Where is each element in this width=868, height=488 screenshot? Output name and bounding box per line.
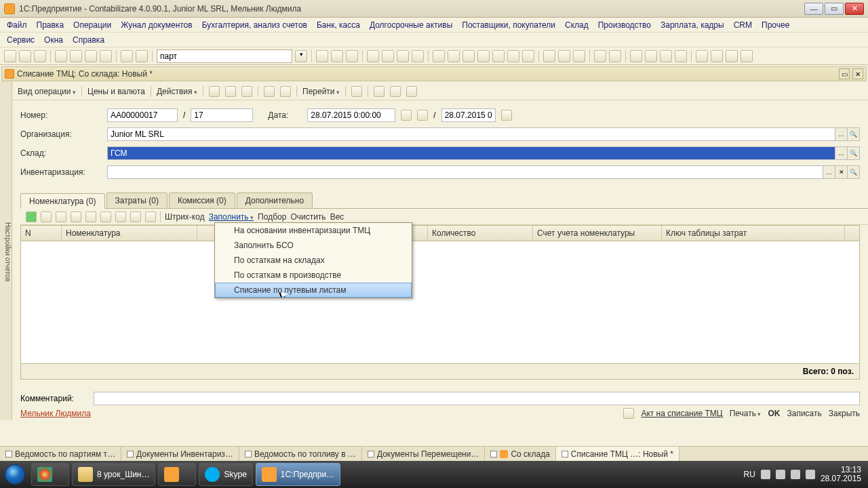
- toolbar-icon[interactable]: [507, 50, 519, 62]
- date1-input[interactable]: [307, 108, 395, 122]
- menu-item[interactable]: Операции: [73, 20, 111, 30]
- barcode-button[interactable]: Штрих-код: [165, 212, 205, 222]
- menu-item[interactable]: Сервис: [7, 35, 35, 45]
- inv-select-button[interactable]: …: [823, 165, 835, 179]
- toolbar-icon[interactable]: [121, 50, 133, 62]
- toolbar-icon[interactable]: [522, 50, 534, 62]
- grid-column-header[interactable]: Количество: [428, 226, 533, 241]
- inv-open-button[interactable]: 🔍: [848, 165, 860, 179]
- menu-item[interactable]: Долгосрочные активы: [370, 20, 452, 30]
- sort-desc-icon[interactable]: [145, 211, 156, 222]
- toolbar-icon[interactable]: [448, 50, 460, 62]
- number-input[interactable]: [107, 108, 178, 122]
- inventory-input[interactable]: [107, 165, 823, 179]
- task-explorer[interactable]: 8 урок_Шин…: [72, 463, 155, 486]
- goto-dropdown[interactable]: Перейти: [302, 87, 340, 96]
- dropdown-item[interactable]: Списание по путевым листам: [215, 283, 412, 298]
- task-chrome[interactable]: [31, 463, 69, 486]
- toolbar-icon[interactable]: [264, 86, 275, 97]
- toolbar-icon[interactable]: [477, 50, 490, 62]
- tray-icon[interactable]: [776, 470, 785, 479]
- toolbar-icon[interactable]: [412, 50, 424, 62]
- org-select-button[interactable]: …: [835, 127, 848, 141]
- toolbar-icon[interactable]: [19, 50, 31, 62]
- menu-item[interactable]: CRM: [734, 20, 752, 30]
- inv-clear-button[interactable]: ✕: [835, 165, 848, 179]
- toolbar-icon[interactable]: [136, 50, 148, 62]
- toolbar-icon[interactable]: [726, 50, 738, 62]
- toolbar-icon[interactable]: [741, 50, 753, 62]
- lang-indicator[interactable]: RU: [744, 470, 755, 479]
- tab[interactable]: Комиссия (0): [169, 192, 235, 208]
- toolbar-icon[interactable]: [630, 50, 642, 62]
- help-icon[interactable]: [351, 86, 362, 97]
- window-tab[interactable]: Документы Перемещени…: [362, 447, 486, 461]
- warehouse-input[interactable]: ГСМ: [107, 146, 835, 160]
- task-skype[interactable]: Skype: [199, 463, 252, 486]
- toolbar-icon[interactable]: [645, 50, 657, 62]
- start-button[interactable]: [0, 461, 30, 488]
- menu-item[interactable]: Склад: [565, 20, 589, 30]
- toolbar-icon[interactable]: [660, 50, 672, 62]
- toolbar-icon[interactable]: [55, 50, 67, 62]
- window-tab-checkbox[interactable]: [245, 451, 252, 458]
- toolbar-icon[interactable]: [209, 86, 220, 97]
- window-tab[interactable]: Ведомость по топливу в …: [239, 447, 362, 461]
- toolbar-icon[interactable]: [433, 50, 445, 62]
- window-tab-checkbox[interactable]: [490, 451, 497, 458]
- op-type-dropdown[interactable]: Вид операции: [18, 87, 76, 96]
- menu-item[interactable]: Зарплата, кадры: [660, 20, 724, 30]
- print-dropdown[interactable]: Печать: [730, 409, 762, 418]
- tab[interactable]: Затраты (0): [106, 192, 167, 208]
- toolbar-icon[interactable]: [382, 50, 394, 62]
- prices-button[interactable]: Цены и валюта: [87, 87, 145, 96]
- toolbar-icon[interactable]: [346, 50, 358, 62]
- toolbar-icon[interactable]: [558, 50, 570, 62]
- window-tab-checkbox[interactable]: [368, 451, 374, 458]
- menu-item[interactable]: Файл: [7, 20, 27, 30]
- toolbar-icon[interactable]: [711, 50, 723, 62]
- window-tab-checkbox[interactable]: [127, 451, 134, 458]
- comment-input[interactable]: [94, 392, 860, 405]
- menu-item[interactable]: Прочее: [762, 20, 789, 30]
- menu-item[interactable]: Окна: [44, 35, 63, 45]
- toolbar-icon[interactable]: [397, 50, 409, 62]
- toolbar-icon[interactable]: [331, 50, 343, 62]
- weight-button[interactable]: Вес: [330, 212, 344, 222]
- toolbar-icon[interactable]: ▾: [295, 50, 307, 62]
- tab[interactable]: Дополнительно: [237, 192, 313, 208]
- window-tab-checkbox[interactable]: [561, 451, 568, 458]
- toolbar-icon[interactable]: [374, 86, 384, 97]
- close-button[interactable]: Закрыть: [829, 409, 860, 418]
- actions-dropdown[interactable]: Действия: [157, 87, 197, 96]
- network-icon[interactable]: [791, 470, 800, 479]
- number2-input[interactable]: [191, 108, 253, 122]
- toolbar-icon[interactable]: [573, 50, 585, 62]
- toolbar-icon[interactable]: [675, 50, 687, 62]
- calendar-icon[interactable]: [401, 110, 412, 121]
- sort-asc-icon[interactable]: [130, 211, 141, 222]
- grid-column-header[interactable]: Счет учета номенклатуры: [533, 226, 662, 241]
- volume-icon[interactable]: [806, 470, 815, 479]
- act-link[interactable]: Акт на списание ТМЦ: [641, 409, 722, 418]
- clock[interactable]: 13:1328.07.2015: [821, 466, 861, 483]
- tray-icon[interactable]: [761, 470, 770, 479]
- org-input[interactable]: Junior ML SRL: [107, 127, 835, 141]
- toolbar-icon[interactable]: [34, 50, 46, 62]
- toolbar-icon[interactable]: [609, 50, 621, 62]
- toolbar-icon[interactable]: [225, 86, 236, 97]
- toolbar-icon[interactable]: [390, 86, 401, 97]
- menu-item[interactable]: Банк, касса: [317, 20, 360, 30]
- toolbar-icon[interactable]: [280, 86, 291, 97]
- edit-row-icon[interactable]: [56, 211, 66, 222]
- toolbar-icon[interactable]: [70, 50, 82, 62]
- print-icon[interactable]: [623, 408, 634, 419]
- doc-close-button[interactable]: ✕: [852, 68, 863, 79]
- dropdown-item[interactable]: По остаткам в производстве: [215, 268, 412, 283]
- add-row-icon[interactable]: [26, 211, 37, 222]
- wh-open-button[interactable]: 🔍: [848, 146, 860, 160]
- toolbar-icon[interactable]: [316, 50, 328, 62]
- window-tab-checkbox[interactable]: [5, 451, 12, 458]
- dropdown-item[interactable]: На основании инвентаризации ТМЦ: [215, 223, 412, 238]
- sidebar-reports[interactable]: Настройки отчетов: [0, 81, 12, 420]
